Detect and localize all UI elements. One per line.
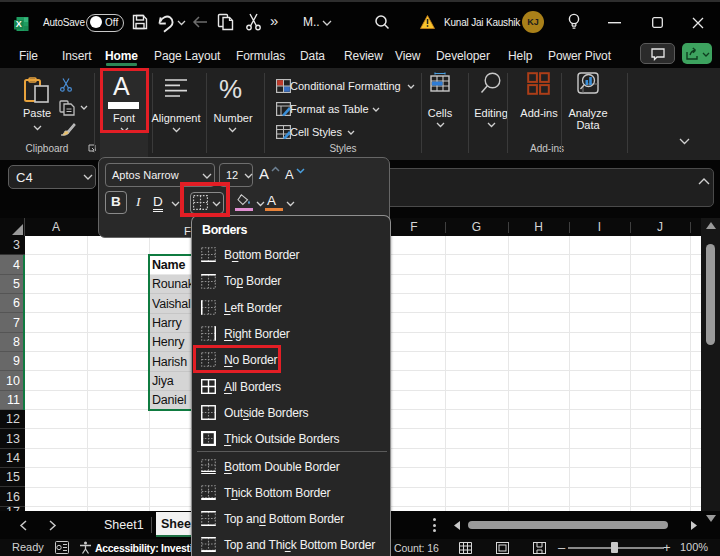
svg-text:X: X	[16, 19, 22, 29]
